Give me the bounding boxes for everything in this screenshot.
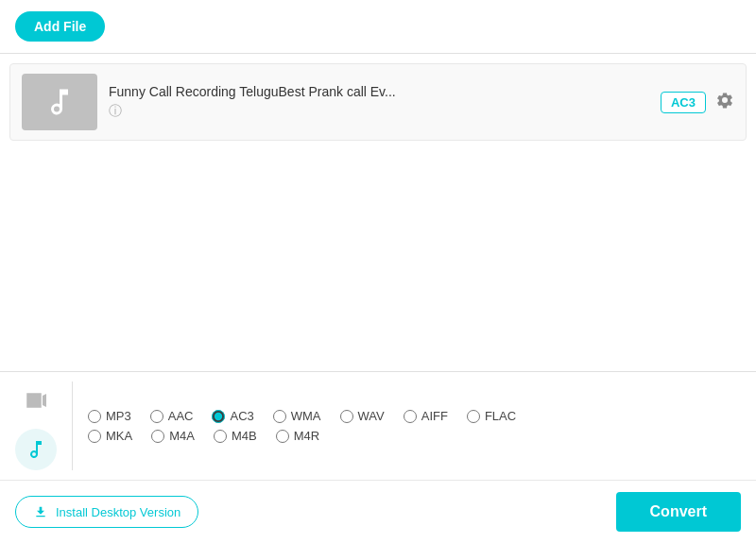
format-radio-m4r[interactable] <box>276 430 289 443</box>
file-thumbnail <box>22 74 97 130</box>
format-selector: MP3 AAC AC3 WMA WAV <box>0 372 756 481</box>
format-option-m4r[interactable]: M4R <box>276 429 319 443</box>
format-option-wav[interactable]: WAV <box>340 409 385 423</box>
main-content: Funny Call Recording TeluguBest Prank ca… <box>0 54 756 371</box>
convert-row: Install Desktop Version Convert <box>0 481 756 543</box>
video-icon <box>25 391 47 414</box>
format-radio-m4b[interactable] <box>214 430 227 443</box>
format-radio-m4a[interactable] <box>151 430 164 443</box>
format-label-mp3: MP3 <box>106 409 131 423</box>
format-radio-ac3[interactable] <box>212 410 225 423</box>
format-radio-mka[interactable] <box>88 430 101 443</box>
format-label-wav: WAV <box>358 409 385 423</box>
audio-type-button[interactable] <box>15 429 57 470</box>
convert-button[interactable]: Convert <box>616 492 741 532</box>
format-radio-flac[interactable] <box>467 410 480 423</box>
format-label-aiff: AIFF <box>421 409 448 423</box>
format-option-aiff[interactable]: AIFF <box>404 409 448 423</box>
video-type-button[interactable] <box>15 382 57 423</box>
format-option-aac[interactable]: AAC <box>150 409 194 423</box>
format-options: MP3 AAC AC3 WMA WAV <box>88 382 741 470</box>
media-type-icons <box>15 382 73 470</box>
format-radio-aac[interactable] <box>150 410 163 423</box>
info-icon[interactable]: ⓘ <box>109 103 649 120</box>
format-radio-aiff[interactable] <box>404 410 417 423</box>
format-label-aac: AAC <box>168 409 194 423</box>
bottom-panel: MP3 AAC AC3 WMA WAV <box>0 371 756 543</box>
format-radio-wav[interactable] <box>340 410 353 423</box>
format-option-ac3[interactable]: AC3 <box>212 409 253 423</box>
format-label-m4r: M4R <box>294 429 319 443</box>
format-label-m4b: M4B <box>232 429 257 443</box>
format-option-m4b[interactable]: M4B <box>214 429 257 443</box>
format-label-m4a: M4A <box>169 429 195 443</box>
format-option-m4a[interactable]: M4A <box>151 429 195 443</box>
format-radio-mp3[interactable] <box>88 410 101 423</box>
install-desktop-button[interactable]: Install Desktop Version <box>15 496 198 528</box>
format-row-2: MKA M4A M4B M4R <box>88 429 741 443</box>
format-option-mka[interactable]: MKA <box>88 429 132 443</box>
format-label-mka: MKA <box>106 429 132 443</box>
add-file-button[interactable]: Add File <box>15 11 105 42</box>
format-radio-wma[interactable] <box>273 410 286 423</box>
download-icon <box>33 504 48 519</box>
format-label-wma: WMA <box>291 409 321 423</box>
music-icon <box>43 85 77 119</box>
format-badge-button[interactable]: AC3 <box>661 92 706 113</box>
format-option-wma[interactable]: WMA <box>273 409 321 423</box>
format-row-1: MP3 AAC AC3 WMA WAV <box>88 409 741 423</box>
format-label-flac: FLAC <box>485 409 516 423</box>
install-label: Install Desktop Version <box>56 505 180 519</box>
settings-icon[interactable] <box>715 91 734 114</box>
format-option-flac[interactable]: FLAC <box>467 409 516 423</box>
file-name: Funny Call Recording TeluguBest Prank ca… <box>109 84 649 99</box>
format-option-mp3[interactable]: MP3 <box>88 409 131 423</box>
audio-icon <box>25 438 47 461</box>
file-info: Funny Call Recording TeluguBest Prank ca… <box>109 84 649 120</box>
toolbar: Add File <box>0 0 756 54</box>
file-item: Funny Call Recording TeluguBest Prank ca… <box>9 63 747 141</box>
format-label-ac3: AC3 <box>230 409 253 423</box>
file-actions: AC3 <box>661 91 734 114</box>
